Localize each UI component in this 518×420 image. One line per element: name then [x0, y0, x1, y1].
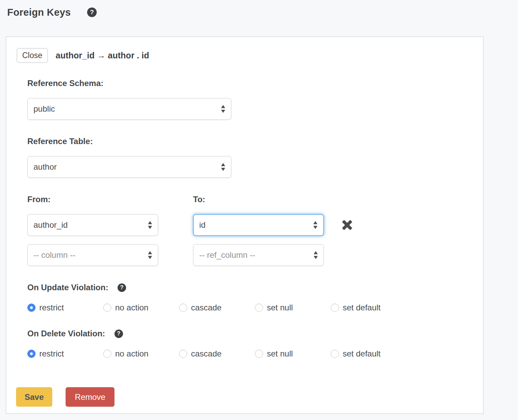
radio-label: no action [115, 349, 148, 359]
reference-schema-select[interactable]: public [27, 98, 231, 120]
page-title: Foreign Keys [7, 7, 71, 18]
on-update-radio-no-action[interactable]: no action [103, 303, 179, 313]
foreign-key-heading: author_id → author . id [56, 51, 149, 60]
reference-table-field: Reference Table: author [27, 137, 473, 178]
foreign-key-editor-panel: Close author_id → author . id Reference … [6, 37, 483, 414]
radio-label: no action [115, 303, 148, 313]
add-ref-column-placeholder: -- ref_column -- [199, 250, 255, 260]
editor-actions: Save Remove [17, 387, 473, 407]
radio-button[interactable] [255, 350, 263, 358]
on-delete-radio-cascade[interactable]: cascade [179, 349, 255, 359]
select-arrows-icon [148, 251, 152, 259]
radio-button[interactable] [331, 350, 339, 358]
radio-label: set null [267, 303, 293, 313]
to-column-value: id [199, 220, 206, 230]
add-column-select[interactable]: -- column -- [27, 244, 158, 266]
help-icon[interactable]: ? [114, 330, 123, 338]
reference-schema-field: Reference Schema: public [27, 79, 473, 120]
to-label: To: [193, 195, 205, 204]
radio-button[interactable] [27, 350, 36, 358]
reference-schema-value: public [33, 104, 55, 114]
radio-button[interactable] [103, 350, 111, 358]
on-update-radio-set-null[interactable]: set null [255, 303, 331, 313]
page-header: Foreign Keys ? [0, 0, 518, 19]
radio-button[interactable] [179, 304, 187, 312]
help-icon[interactable]: ? [87, 8, 97, 17]
on-delete-violation-label: On Delete Violation: [27, 329, 105, 338]
close-button[interactable]: Close [17, 48, 48, 63]
add-column-placeholder: -- column -- [33, 250, 76, 260]
on-update-violation-label: On Update Violation: [27, 283, 108, 292]
radio-label: set default [343, 349, 381, 359]
radio-button[interactable] [179, 350, 187, 358]
radio-label: restrict [39, 349, 64, 359]
radio-label: set null [267, 349, 293, 359]
mapping-row-selected: author_id id [27, 214, 473, 236]
reference-schema-label: Reference Schema: [27, 79, 473, 88]
reference-table-value: author [33, 162, 57, 172]
select-arrows-icon [313, 221, 318, 229]
reference-table-label: Reference Table: [27, 137, 473, 146]
radio-label: cascade [191, 349, 221, 359]
on-delete-radio-restrict[interactable]: restrict [27, 349, 103, 359]
radio-button[interactable] [255, 304, 263, 312]
on-delete-radio-no-action[interactable]: no action [103, 349, 179, 359]
add-ref-column-select[interactable]: -- ref_column -- [193, 244, 324, 266]
radio-button[interactable] [331, 304, 339, 312]
radio-button[interactable] [27, 304, 36, 312]
mapping-labels: From: To: [27, 195, 473, 204]
mapping-row-placeholder: -- column -- -- ref_column -- [27, 244, 473, 266]
editor-header-row: Close author_id → author . id [17, 48, 473, 63]
from-column-value: author_id [33, 220, 68, 230]
on-update-violation-header: On Update Violation: ? [27, 283, 473, 292]
radio-button[interactable] [103, 304, 111, 312]
foreign-key-form: Reference Schema: public Reference Table… [27, 79, 473, 359]
on-delete-violation-options: restrict no action cascade set null set … [27, 349, 473, 359]
select-arrows-icon [314, 251, 318, 259]
on-delete-violation-header: On Delete Violation: ? [27, 329, 473, 338]
column-mapping: From: To: author_id id [27, 195, 473, 266]
save-button[interactable]: Save [16, 387, 52, 407]
on-delete-radio-set-default[interactable]: set default [331, 349, 381, 359]
radio-label: restrict [39, 303, 64, 313]
select-arrows-icon [148, 221, 152, 229]
to-column-select[interactable]: id [193, 214, 324, 236]
from-label: From: [27, 195, 193, 204]
on-delete-radio-set-null[interactable]: set null [255, 349, 331, 359]
on-update-radio-set-default[interactable]: set default [331, 303, 381, 313]
select-arrows-icon [221, 163, 226, 171]
remove-mapping-x-icon[interactable] [342, 220, 353, 230]
radio-label: cascade [191, 303, 221, 313]
radio-label: set default [343, 303, 381, 313]
reference-table-select[interactable]: author [27, 156, 231, 178]
on-update-radio-restrict[interactable]: restrict [27, 303, 103, 313]
on-update-violation-options: restrict no action cascade set null set … [27, 303, 473, 313]
on-update-radio-cascade[interactable]: cascade [179, 303, 255, 313]
remove-button[interactable]: Remove [66, 387, 114, 407]
from-column-select[interactable]: author_id [27, 214, 158, 236]
help-icon[interactable]: ? [118, 283, 126, 292]
select-arrows-icon [221, 105, 226, 113]
